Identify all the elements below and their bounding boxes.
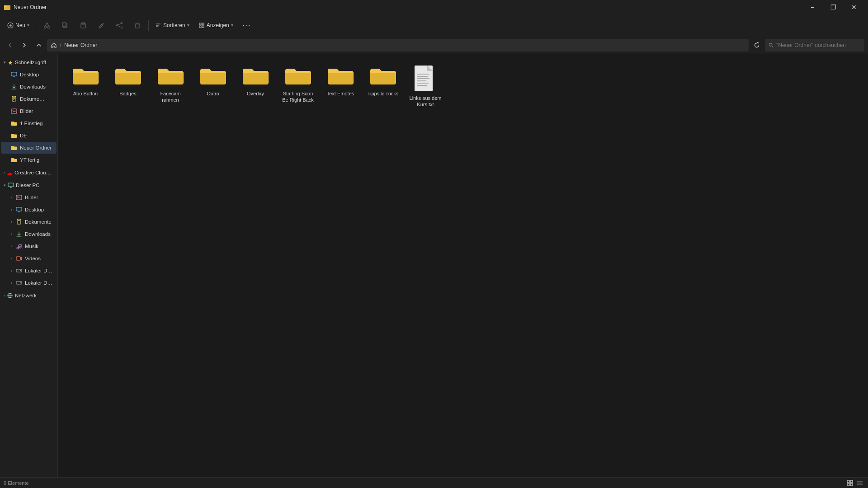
folder-icon-text-emotes <box>327 65 354 88</box>
copy-button[interactable] <box>57 17 73 33</box>
share-button[interactable] <box>111 17 127 33</box>
file-name-facecam: Facecam rahmen <box>152 90 189 103</box>
file-item-tipps[interactable]: Tipps & Tricks <box>363 61 403 112</box>
cut-button[interactable] <box>39 17 55 33</box>
search-box[interactable] <box>765 39 864 52</box>
file-name-tipps: Tipps & Tricks <box>368 90 399 97</box>
svg-rect-1 <box>4 6 10 10</box>
nav-forward-button[interactable] <box>18 39 31 52</box>
music-icon <box>16 243 22 249</box>
refresh-button[interactable] <box>750 39 763 52</box>
expand-icon: › <box>11 195 12 200</box>
file-item-badges[interactable]: Badges <box>108 61 148 112</box>
folder-icon-overlay <box>242 65 269 88</box>
sidebar-item-musik[interactable]: › Musik <box>1 240 57 252</box>
sidebar-item-desktop[interactable]: Desktop 📌 <box>1 69 57 80</box>
window-title: Neuer Ordner <box>14 4 47 10</box>
sidebar-item-lokaldrive2[interactable]: › Lokaler Datenträger <box>1 277 57 289</box>
new-button-arrow: ▾ <box>27 23 29 28</box>
sidebar-item-videos-label: Videos <box>25 256 54 261</box>
quick-access-header[interactable]: ▾ ★ Schnellzugriff <box>1 56 57 68</box>
main-container: ▾ ★ Schnellzugriff Desktop 📌 <box>0 54 868 477</box>
search-input[interactable] <box>776 42 861 48</box>
folder-icon-starting-soon <box>284 65 311 88</box>
quick-access-label: Schnellzugriff <box>15 60 54 65</box>
txt-file-icon <box>414 65 437 92</box>
svg-point-60 <box>20 270 21 271</box>
file-item-abo-button[interactable]: Abo Button <box>65 61 106 112</box>
restore-button[interactable]: ❐ <box>823 0 844 14</box>
pc-documents-icon <box>16 219 22 225</box>
sidebar-item-1einstieg[interactable]: 1 Einstieg <box>1 117 57 129</box>
sidebar-item-neuerordner-label: Neuer Ordner <box>20 145 54 150</box>
sidebar-item-neuerordner[interactable]: Neuer Ordner <box>1 142 57 154</box>
file-item-facecam[interactable]: Facecam rahmen <box>150 61 191 112</box>
creative-cloud-header[interactable]: › ☁ Creative Cloud Files <box>1 167 57 178</box>
file-item-links-txt[interactable]: Links aus dem Kurs.txt <box>405 61 446 112</box>
sidebar-item-bilder[interactable]: Bilder 📌 <box>1 105 57 117</box>
status-count: 9 Elemente <box>4 480 29 486</box>
computer-icon <box>8 182 14 188</box>
network-header[interactable]: › Netzwerk <box>1 290 57 301</box>
file-item-text-emotes[interactable]: Text Emotes <box>320 61 361 112</box>
svg-rect-32 <box>11 72 17 76</box>
details-view-button[interactable] <box>855 479 864 488</box>
sidebar-item-lokaldrive1[interactable]: › Lokaler Datenträger <box>1 265 57 277</box>
this-pc-header[interactable]: ▾ Dieser PC <box>1 179 57 191</box>
svg-rect-28 <box>199 26 201 28</box>
sidebar-item-de[interactable]: DE <box>1 130 57 141</box>
file-name-badges: Badges <box>119 90 136 97</box>
svg-line-55 <box>19 244 21 245</box>
sidebar-item-pc-dokumente[interactable]: › Dokumente <box>1 216 57 228</box>
folder-icon-tipps <box>369 65 396 88</box>
large-icons-view-button[interactable] <box>845 479 854 488</box>
sidebar-item-lokaldrive1-label: Lokaler Datenträger <box>25 268 54 273</box>
new-button[interactable]: Neu ▾ <box>4 17 33 33</box>
svg-point-7 <box>48 26 50 28</box>
svg-rect-27 <box>202 23 204 25</box>
delete-button[interactable] <box>129 17 146 33</box>
sidebar-item-pc-desktop[interactable]: › Desktop <box>1 204 57 216</box>
svg-point-62 <box>20 282 21 283</box>
sidebar-item-ytfertig[interactable]: YT fertig <box>1 154 57 166</box>
sidebar-item-downloads[interactable]: Downloads 📌 <box>1 81 57 93</box>
documents-icon <box>11 96 17 102</box>
svg-rect-29 <box>202 26 204 28</box>
expand-icon-6: › <box>11 256 12 261</box>
title-bar-left: Neuer Ordner <box>4 4 47 11</box>
folder-icon-de <box>11 132 17 139</box>
close-button[interactable]: ✕ <box>844 0 864 14</box>
this-pc-label: Dieser PC <box>16 183 54 188</box>
this-pc-section: ▾ Dieser PC › Bilder › <box>0 179 57 289</box>
file-item-starting-soon[interactable]: Starting Soon Be Right Back <box>278 61 318 112</box>
folder-icon-badges <box>114 65 142 88</box>
expand-icon-2: › <box>11 207 12 212</box>
minimize-button[interactable]: − <box>802 0 823 14</box>
address-path[interactable]: › Neuer Ordner <box>47 39 749 52</box>
file-name-links-txt: Links aus dem Kurs.txt <box>407 95 444 108</box>
file-item-overlay[interactable]: Overlay <box>235 61 276 112</box>
svg-rect-58 <box>16 257 20 260</box>
sidebar-item-dokumente[interactable]: Dokumente 📌 <box>1 93 57 105</box>
sidebar-item-pc-downloads[interactable]: › Downloads <box>1 228 57 240</box>
more-button[interactable]: ··· <box>239 17 255 33</box>
sort-button[interactable]: Sortieren ▾ <box>151 17 193 33</box>
drive-icon-1 <box>16 267 22 274</box>
paste-button[interactable] <box>75 17 91 33</box>
sidebar-item-pc-bilder-label: Bilder <box>25 195 54 200</box>
view-button[interactable]: Anzeigen ▾ <box>195 17 237 33</box>
svg-point-53 <box>17 247 19 249</box>
sidebar-item-pc-downloads-label: Downloads <box>25 231 54 237</box>
sidebar-item-pc-bilder[interactable]: › Bilder <box>1 192 57 203</box>
rename-button[interactable] <box>93 17 109 33</box>
svg-line-31 <box>772 46 773 47</box>
nav-up-button[interactable] <box>33 39 45 52</box>
file-item-outro[interactable]: Outro <box>193 61 233 112</box>
home-icon <box>51 42 57 48</box>
sidebar-item-videos[interactable]: › Videos <box>1 253 57 264</box>
svg-rect-42 <box>8 183 14 187</box>
expand-icon-7: › <box>11 268 12 273</box>
nav-back-button[interactable] <box>4 39 16 52</box>
expand-icon-4: › <box>11 232 12 236</box>
svg-rect-36 <box>12 96 16 101</box>
